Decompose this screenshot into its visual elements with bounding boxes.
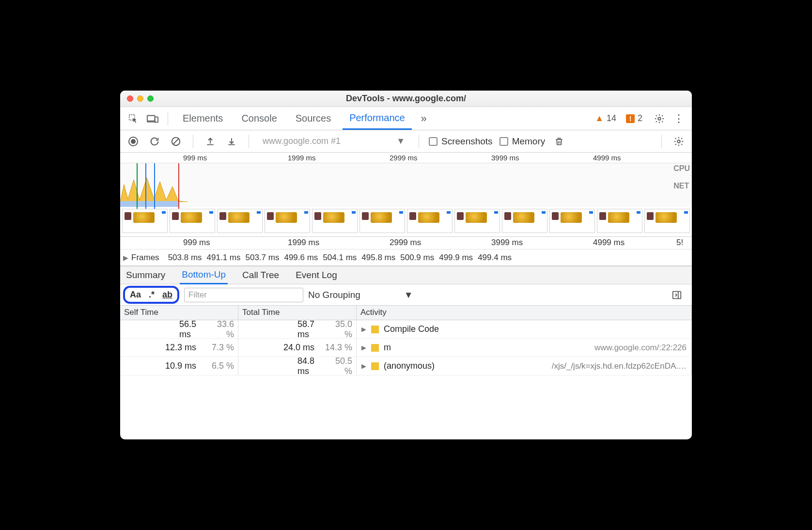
reload-record-button[interactable] [147, 134, 162, 149]
titlebar: DevTools - www.google.com/ [120, 91, 692, 107]
expand-icon[interactable]: ▶ [361, 362, 366, 370]
screenshot-thumb[interactable] [170, 209, 215, 233]
minimize-icon[interactable] [137, 95, 143, 102]
col-activity[interactable]: Activity [357, 306, 692, 320]
download-icon[interactable] [224, 134, 239, 149]
window-title: DevTools - www.google.com/ [120, 94, 692, 104]
table-row[interactable]: 10.9 ms6.5 % 84.8 ms50.5 % ▶ (anonymous)… [120, 357, 692, 375]
match-whole-word-button[interactable]: ab [162, 290, 172, 300]
show-sidebar-icon[interactable] [670, 288, 684, 302]
activity-name: (anonymous) [384, 361, 435, 371]
grouping-select[interactable]: No Grouping ▼ [308, 290, 413, 300]
filter-mode-buttons: Aa .* ab [123, 286, 179, 304]
category-swatch-icon [371, 344, 379, 352]
filter-input[interactable] [184, 288, 303, 302]
screenshot-thumb[interactable] [217, 209, 263, 233]
device-toggle-icon[interactable] [145, 111, 160, 126]
zoom-icon[interactable] [147, 95, 154, 102]
flame-ruler[interactable]: 999 ms 1999 ms 2999 ms 3999 ms 4999 ms 5… [120, 237, 692, 249]
frame-time: 503.7 ms [246, 253, 280, 263]
frames-track[interactable]: ▶ Frames 503.8 ms 491.1 ms 503.7 ms 499.… [120, 249, 692, 266]
overview-pane[interactable]: 999 ms 1999 ms 2999 ms 3999 ms 4999 ms C… [120, 153, 692, 237]
tab-call-tree[interactable]: Call Tree [240, 267, 281, 283]
tab-sources[interactable]: Sources [289, 108, 338, 129]
filter-row: Aa .* ab No Grouping ▼ [120, 284, 692, 306]
ruler-tick: 4999 ms [593, 238, 625, 248]
overview-ruler: 999 ms 1999 ms 2999 ms 3999 ms 4999 ms [120, 153, 692, 163]
screenshot-thumb[interactable] [312, 209, 358, 233]
frame-time: 499.4 ms [478, 253, 512, 263]
inspect-icon[interactable] [126, 111, 141, 126]
perf-settings-icon[interactable] [671, 134, 686, 149]
screenshot-thumb[interactable] [265, 209, 310, 233]
expand-icon[interactable]: ▶ [361, 326, 366, 333]
col-total-time[interactable]: Total Time [238, 306, 357, 320]
ruler-tick: 1999 ms [288, 238, 319, 248]
tab-elements[interactable]: Elements [176, 108, 230, 129]
memory-label: Memory [512, 136, 546, 147]
screenshot-thumb[interactable] [549, 209, 595, 233]
warnings-badge[interactable]: ▲ 14 [595, 113, 616, 124]
category-swatch-icon [371, 362, 379, 370]
screenshot-strip [120, 207, 692, 236]
source-link[interactable]: www.google.com/:22:226 [594, 343, 687, 353]
activity-name: m [384, 343, 391, 353]
screenshots-checkbox[interactable]: Screenshots [429, 136, 493, 147]
expand-icon[interactable]: ▶ [361, 344, 366, 351]
memory-checkbox[interactable]: Memory [500, 136, 546, 147]
tab-console[interactable]: Console [234, 108, 283, 129]
screenshots-label: Screenshots [441, 136, 493, 147]
frame-time: 503.8 ms [168, 253, 202, 263]
screenshot-thumb[interactable] [502, 209, 547, 233]
frame-time: 491.1 ms [207, 253, 241, 263]
tab-performance[interactable]: Performance [343, 108, 412, 130]
screenshot-thumb[interactable] [359, 209, 405, 233]
col-self-time[interactable]: Self Time [120, 306, 238, 320]
screenshot-thumb[interactable] [644, 209, 690, 233]
tab-bottom-up[interactable]: Bottom-Up [180, 266, 228, 284]
error-icon: ! [626, 114, 635, 123]
tab-summary[interactable]: Summary [124, 267, 167, 283]
activity-name: Compile Code [384, 324, 439, 334]
frame-time: 499.6 ms [284, 253, 318, 263]
error-count: 2 [638, 113, 642, 124]
upload-icon[interactable] [203, 134, 218, 149]
net-bar [120, 201, 178, 207]
errors-badge[interactable]: ! 2 [626, 113, 642, 124]
ruler-tick: 999 ms [183, 154, 207, 162]
record-button[interactable] [126, 134, 141, 149]
warning-count: 14 [607, 113, 616, 124]
screenshot-thumb[interactable] [597, 209, 642, 233]
ruler-tick: 3999 ms [491, 154, 519, 162]
devtools-window: DevTools - www.google.com/ Elements Cons… [120, 91, 692, 439]
cpu-label: CPU [673, 164, 690, 173]
screenshot-thumb[interactable] [454, 209, 500, 233]
table-header: Self Time Total Time Activity [120, 306, 692, 320]
screenshot-thumb[interactable] [407, 209, 453, 233]
ruler-tick: 2999 ms [390, 154, 418, 162]
screenshot-thumb[interactable] [122, 209, 168, 233]
separator [168, 112, 168, 125]
window-controls [120, 95, 154, 102]
frame-time: 495.8 ms [361, 253, 395, 263]
expand-icon[interactable]: ▶ [123, 254, 128, 262]
kebab-icon[interactable]: ⋮ [671, 111, 686, 126]
source-link[interactable]: /xjs/_/js/k=xjs.hd.en.fdzp62cEnDA.… [552, 361, 687, 371]
regex-button[interactable]: .* [149, 290, 155, 300]
net-label: NET [673, 182, 690, 190]
ruler-tick: 5! [676, 238, 683, 248]
separator [419, 135, 419, 148]
trash-icon[interactable] [552, 134, 566, 149]
table-row[interactable]: 12.3 ms7.3 % 24.0 ms14.3 % ▶ m www.googl… [120, 339, 692, 357]
close-icon[interactable] [127, 95, 133, 102]
table-row[interactable]: 56.5 ms33.6 % 58.7 ms35.0 % ▶ Compile Co… [120, 320, 692, 339]
chevron-down-icon: ▼ [396, 136, 405, 146]
clear-button[interactable] [169, 134, 183, 149]
settings-icon[interactable] [652, 111, 667, 126]
match-case-button[interactable]: Aa [130, 290, 141, 300]
frames-label: Frames [131, 253, 159, 263]
more-tabs-icon[interactable]: » [417, 111, 431, 126]
chevron-down-icon: ▼ [404, 290, 413, 300]
profile-select[interactable]: www.google.com #1 ▼ [259, 134, 409, 149]
tab-event-log[interactable]: Event Log [294, 267, 339, 283]
